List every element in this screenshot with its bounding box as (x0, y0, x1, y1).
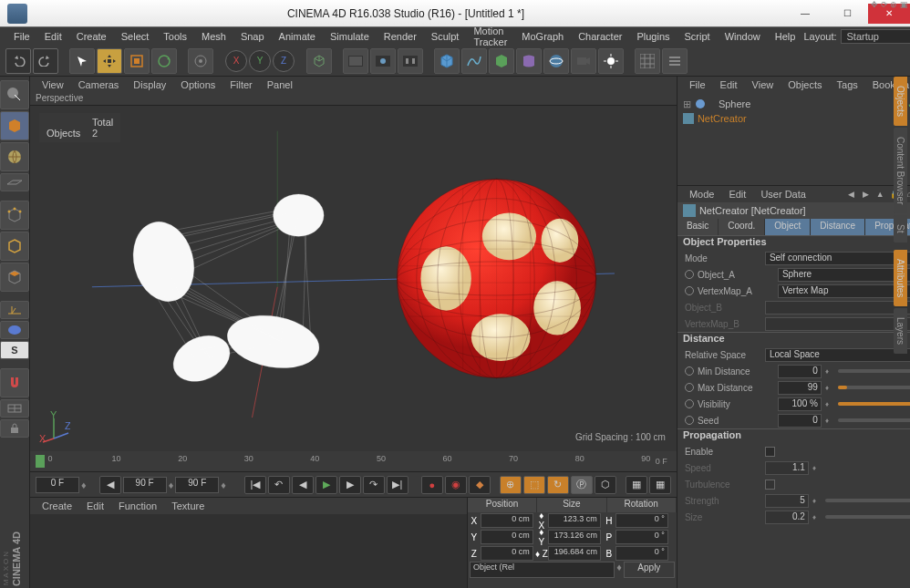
menu-plugins[interactable]: Plugins (630, 29, 676, 44)
mode-dropdown[interactable]: Self connection (765, 252, 910, 265)
scale-key-button[interactable]: ⬚ (523, 476, 545, 494)
obja-radio[interactable] (685, 270, 694, 279)
nav-up-icon[interactable]: ▲ (874, 188, 886, 201)
mat-menu-edit[interactable]: Edit (80, 499, 110, 513)
coord-apply-button[interactable]: Apply (624, 562, 675, 578)
cube-primitive-button[interactable] (434, 48, 460, 74)
strength-input[interactable]: 5 (765, 494, 809, 508)
pos-key-button[interactable]: ⊕ (500, 476, 522, 494)
pla-key-button[interactable]: ⬡ (595, 476, 616, 494)
next-frame-button[interactable]: ▶ (339, 476, 361, 494)
sidetab-layers[interactable]: Layers (894, 308, 907, 354)
make-editable-button[interactable] (0, 80, 29, 109)
turbulence-checkbox[interactable] (765, 480, 775, 490)
move-button[interactable] (97, 48, 122, 74)
size-x-input[interactable]: 123.3 cm (548, 513, 601, 528)
spline-button[interactable] (461, 48, 487, 74)
polygons-mode-button[interactable] (0, 263, 29, 292)
menu-snap[interactable]: Snap (234, 29, 271, 44)
render-settings-button[interactable] (398, 48, 423, 74)
sidetab-attributes[interactable]: Attributes (894, 250, 907, 306)
obj-menu-edit[interactable]: Edit (714, 77, 744, 92)
coord-system-button[interactable] (306, 48, 332, 74)
size-y-input[interactable]: 173.126 cm (548, 530, 601, 544)
texture-mode-button[interactable] (0, 142, 29, 171)
tab-coord[interactable]: Coord. (719, 219, 765, 235)
view-menu-options[interactable]: Options (174, 77, 222, 92)
view-menu-cameras[interactable]: Cameras (72, 77, 126, 92)
next-key-button[interactable]: ↷ (363, 476, 385, 494)
attr-menu-mode[interactable]: Mode (683, 187, 721, 201)
nav-back-icon[interactable]: ◀ (844, 188, 857, 201)
min-distance-slider[interactable] (838, 369, 910, 373)
magnet-button[interactable] (0, 368, 29, 397)
workplane-button[interactable] (0, 173, 29, 191)
tab-distance[interactable]: Distance (811, 219, 865, 235)
axis-button[interactable] (0, 301, 29, 319)
play-button[interactable]: ▶ (315, 476, 337, 494)
menu-create[interactable]: Create (70, 29, 113, 44)
relative-space-dropdown[interactable]: Local Space (765, 348, 910, 362)
keyframe-sel-button[interactable]: ◆ (469, 476, 491, 494)
obj-menu-objects[interactable]: Objects (781, 77, 828, 92)
object-tree[interactable]: ⊞ Sphere ✓ NetCreator ✓ (677, 93, 910, 129)
visibility-slider[interactable] (838, 402, 910, 406)
obj-menu-tags[interactable]: Tags (831, 77, 864, 92)
edges-mode-button[interactable] (0, 232, 29, 261)
options-2-button[interactable]: ▦ (649, 476, 671, 494)
menu-mesh[interactable]: Mesh (195, 29, 233, 44)
end-frame-input[interactable]: 90 F (123, 477, 167, 493)
workplane-snap-button[interactable] (0, 399, 29, 418)
obj-menu-view[interactable]: View (746, 77, 781, 92)
menu-mograph[interactable]: MoGraph (515, 29, 570, 44)
points-mode-button[interactable] (0, 201, 29, 230)
viewport-nav-icons[interactable]: ✥ ⟳ ⊕ ▣ (871, 0, 908, 9)
rot-b-input[interactable]: 0 ° (615, 546, 668, 561)
recent-tool-button[interactable] (188, 48, 213, 74)
scale-button[interactable] (124, 48, 150, 74)
grid-button[interactable] (635, 48, 660, 74)
mat-menu-function[interactable]: Function (112, 499, 163, 513)
pos-x-input[interactable]: 0 cm (481, 513, 533, 528)
layout-dropdown[interactable]: Startup (841, 29, 911, 44)
goto-first-button[interactable]: |◀ (244, 476, 266, 494)
prev-key-button[interactable]: ↶ (268, 476, 290, 494)
vma-radio[interactable] (685, 286, 694, 295)
material-shelf[interactable] (30, 514, 467, 588)
param-key-button[interactable]: Ⓟ (571, 476, 593, 494)
autokey-button[interactable]: ◉ (445, 476, 467, 494)
x-axis-toggle[interactable]: X (225, 50, 247, 72)
obj-menu-file[interactable]: File (683, 77, 712, 92)
speed-input[interactable]: 1.1 (765, 461, 809, 475)
visibility-input[interactable]: 100 % (778, 397, 822, 411)
record-button[interactable]: ● (421, 476, 443, 494)
menu-script[interactable]: Script (678, 29, 717, 44)
z-axis-toggle[interactable]: Z (273, 50, 295, 72)
camera-button[interactable] (571, 48, 596, 74)
deformer-button[interactable] (516, 48, 542, 74)
menu-simulate[interactable]: Simulate (324, 29, 376, 44)
maximize-button[interactable]: ☐ (826, 4, 868, 24)
menu-sculpt[interactable]: Sculpt (425, 29, 466, 44)
view-menu-display[interactable]: Display (127, 77, 172, 92)
seed-input[interactable]: 0 (778, 414, 822, 428)
mat-menu-texture[interactable]: Texture (165, 499, 211, 513)
environment-button[interactable] (543, 48, 569, 74)
tab-object[interactable]: Object (765, 219, 811, 235)
render-pv-button[interactable] (370, 48, 396, 74)
start-frame-input[interactable]: 0 F (36, 477, 79, 493)
menu-window[interactable]: Window (719, 29, 767, 44)
coord-mode-dropdown[interactable]: Object (Rel (470, 562, 615, 578)
attr-menu-userdata[interactable]: User Data (754, 187, 812, 201)
goto-last-button[interactable]: ▶| (387, 476, 408, 494)
view-menu-filter[interactable]: Filter (223, 77, 258, 92)
menu-edit[interactable]: Edit (38, 29, 68, 44)
vertexmap-a-field[interactable]: Vertex Map (778, 284, 910, 298)
y-axis-toggle[interactable]: Y (249, 50, 271, 72)
rot-h-input[interactable]: 0 ° (615, 513, 668, 528)
max-distance-slider[interactable] (838, 386, 910, 389)
size-input[interactable]: 0.2 (765, 511, 809, 524)
viewport-solo-button[interactable] (0, 321, 29, 339)
menu-help[interactable]: Help (769, 29, 802, 44)
strength-slider[interactable] (825, 499, 910, 502)
